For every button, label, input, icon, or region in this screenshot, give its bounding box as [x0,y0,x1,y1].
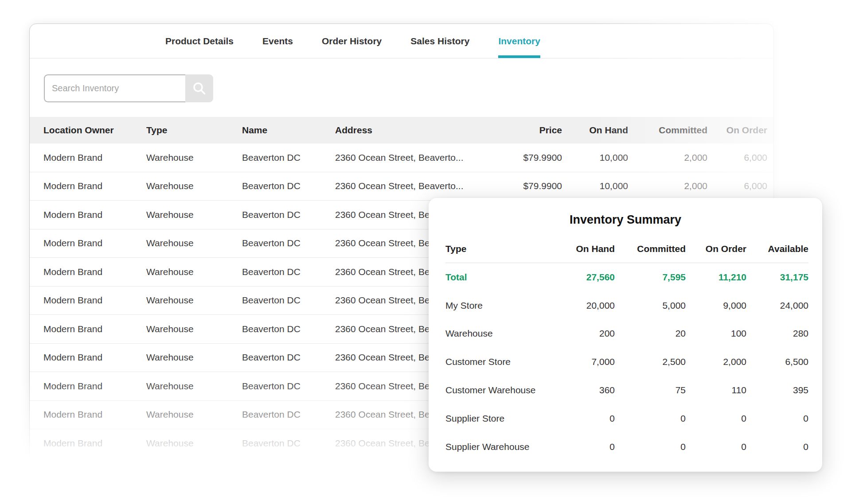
summary-cell-on-hand: 200 [548,328,615,339]
summary-cell-committed: 0 [615,442,686,452]
summary-cell-type: Customer Store [445,357,548,367]
cell-type: Warehouse [146,381,242,392]
col-header-location-owner: Location Owner [30,125,146,136]
screen: Product Details Events Order History Sal… [0,0,851,504]
summary-cell-on-hand: 27,560 [548,272,615,283]
summary-cell-available: 395 [746,385,808,395]
summary-cell-type: Supplier Warehouse [445,442,548,452]
summary-col-on-order: On Order [686,244,746,254]
search-input[interactable] [44,74,185,102]
cell-location-owner: Modern Brand [30,324,146,334]
summary-col-committed: Committed [615,244,686,254]
cell-committed: 2,000 [628,152,707,163]
summary-cell-on-hand: 0 [548,413,615,424]
summary-cell-available: 280 [746,328,808,339]
summary-col-on-hand: On Hand [548,244,615,254]
cell-price: $79.9900 [518,181,562,191]
cell-address: 2360 Ocean Street, Beaverto... [335,152,518,163]
summary-cell-committed: 5,000 [615,300,686,311]
summary-cell-on-hand: 7,000 [548,357,615,367]
tab-bar: Product Details Events Order History Sal… [30,24,773,58]
summary-cell-type: Warehouse [445,328,548,339]
cell-location-owner: Modern Brand [30,352,146,363]
cell-type: Warehouse [146,438,242,449]
cell-name: Beaverton DC [242,295,335,306]
summary-cell-available: 6,500 [746,357,808,367]
cell-type: Warehouse [146,295,242,306]
tab-events[interactable]: Events [262,24,293,58]
cell-location-owner: Modern Brand [30,438,146,449]
table-row[interactable]: Modern Brand Warehouse Beaverton DC 2360… [30,143,773,172]
summary-table-body: Total 27,560 7,595 11,210 31,175 My Stor… [445,263,808,461]
cell-on-hand: 10,000 [562,181,628,191]
summary-row: Warehouse 200 20 100 280 [445,320,808,348]
summary-cell-type: Customer Warehouse [445,385,548,395]
cell-location-owner: Modern Brand [30,409,146,420]
cell-price: $79.9900 [518,152,562,163]
summary-cell-on-hand: 20,000 [548,300,615,311]
search-button[interactable] [185,74,213,102]
col-header-type: Type [146,125,242,136]
col-header-on-order: On Order [707,125,767,136]
cell-on-hand: 10,000 [562,152,628,163]
cell-name: Beaverton DC [242,409,335,420]
summary-cell-type: Supplier Store [445,413,548,424]
tab-sales-history[interactable]: Sales History [410,24,469,58]
col-header-on-hand: On Hand [562,125,628,136]
cell-name: Beaverton DC [242,209,335,220]
cell-type: Warehouse [146,324,242,334]
cell-location-owner: Modern Brand [30,267,146,277]
summary-cell-on-order: 9,000 [686,300,746,311]
col-header-committed: Committed [628,125,707,136]
col-header-address: Address [335,125,518,136]
summary-cell-committed: 7,595 [615,272,686,283]
cell-name: Beaverton DC [242,324,335,334]
summary-cell-on-hand: 360 [548,385,615,395]
cell-name: Beaverton DC [242,381,335,392]
tab-product-details[interactable]: Product Details [165,24,234,58]
cell-on-order: 6,000 [707,181,767,191]
summary-row: My Store 20,000 5,000 9,000 24,000 [445,291,808,320]
cell-name: Beaverton DC [242,238,335,248]
summary-cell-on-order: 100 [686,328,746,339]
summary-cell-on-order: 110 [686,385,746,395]
cell-on-order: 6,000 [707,152,767,163]
cell-location-owner: Modern Brand [30,181,146,191]
summary-table-header: Type On Hand Committed On Order Availabl… [445,235,808,263]
cell-name: Beaverton DC [242,267,335,277]
tab-order-history[interactable]: Order History [322,24,382,58]
cell-name: Beaverton DC [242,181,335,191]
summary-row: Supplier Warehouse 0 0 0 0 [445,433,808,461]
summary-row: Total 27,560 7,595 11,210 31,175 [445,263,808,291]
summary-cell-on-order: 2,000 [686,357,746,367]
summary-col-type: Type [445,244,548,254]
summary-cell-committed: 20 [615,328,686,339]
cell-address: 2360 Ocean Street, Beaverto... [335,181,518,191]
cell-location-owner: Modern Brand [30,295,146,306]
cell-location-owner: Modern Brand [30,381,146,392]
summary-cell-on-order: 0 [686,413,746,424]
inventory-search [44,74,213,102]
cell-type: Warehouse [146,267,242,277]
cell-type: Warehouse [146,181,242,191]
summary-cell-type: Total [445,272,548,283]
col-header-price: Price [518,125,562,136]
cell-type: Warehouse [146,409,242,420]
cell-name: Beaverton DC [242,152,335,163]
cell-type: Warehouse [146,238,242,248]
cell-type: Warehouse [146,352,242,363]
cell-name: Beaverton DC [242,352,335,363]
summary-cell-committed: 0 [615,413,686,424]
summary-cell-on-order: 0 [686,442,746,452]
tab-inventory[interactable]: Inventory [498,24,540,58]
summary-col-available: Available [746,244,808,254]
col-header-name: Name [242,125,335,136]
table-row[interactable]: Modern Brand Warehouse Beaverton DC 2360… [30,172,773,201]
summary-cell-available: 0 [746,413,808,424]
summary-row: Customer Store 7,000 2,500 2,000 6,500 [445,348,808,376]
cell-location-owner: Modern Brand [30,152,146,163]
summary-cell-type: My Store [445,300,548,311]
popup-title: Inventory Summary [429,213,822,227]
summary-table: Type On Hand Committed On Order Availabl… [445,235,808,461]
cell-name: Beaverton DC [242,438,335,449]
